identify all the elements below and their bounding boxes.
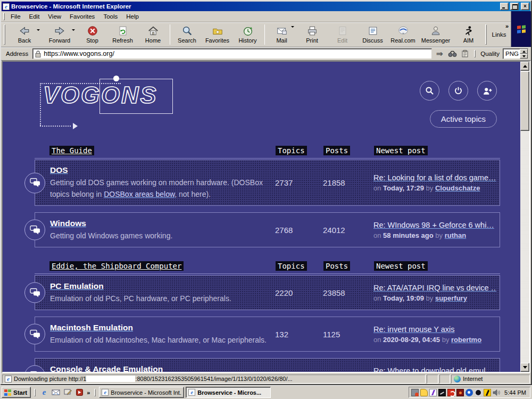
mail-button[interactable]: Mail (267, 23, 297, 46)
back-dropdown-icon[interactable] (37, 29, 40, 31)
messenger-button[interactable]: Messenger (418, 23, 453, 46)
chrome-band: File Edit View Favorites Tools Help Back (1, 11, 531, 47)
user-link[interactable]: robertmo (451, 336, 481, 344)
login-circle-button[interactable] (448, 81, 468, 101)
clipboard-button[interactable] (460, 48, 470, 59)
section-header: Eddie, the Shipboard Computer Topics Pos… (35, 261, 500, 274)
links-grip[interactable] (485, 24, 487, 45)
tray-speaker-icon[interactable] (493, 389, 500, 396)
menu-file[interactable]: File (6, 12, 25, 21)
quality-value[interactable]: PNG (503, 49, 520, 59)
newest-post-link[interactable]: Re: Looking for a list of dos game… (373, 173, 496, 182)
start-button[interactable]: Start (2, 387, 31, 398)
tray-yellow-hand-icon[interactable] (420, 389, 428, 396)
quality-spinner[interactable]: PNG (503, 48, 528, 59)
realcom-button[interactable]: Real.com (388, 23, 418, 46)
user-link[interactable]: Cloudschatze (435, 184, 480, 192)
column-topics: Topics (276, 261, 307, 271)
forum-link[interactable]: DOS (50, 165, 68, 174)
favorites-button[interactable]: Favorites (202, 23, 232, 46)
maximize-button[interactable] (510, 3, 519, 10)
newest-post-link[interactable]: Re: ATA/ATAPI IRQ line vs device … (373, 284, 496, 292)
user-link[interactable]: superfury (435, 294, 467, 302)
tray-3dfx-icon[interactable] (438, 389, 446, 396)
forum-link[interactable]: Macintosh Emulation (50, 323, 133, 332)
topics-count: 2768 (275, 226, 323, 235)
forward-button[interactable]: Forward (42, 23, 77, 46)
browser-viewport: VOGONS Active topics The Guide (2, 61, 530, 373)
find-button[interactable] (447, 48, 458, 59)
register-circle-button[interactable] (477, 81, 497, 101)
home-button[interactable]: Home (138, 23, 168, 46)
tray-blue-eye-icon[interactable] (466, 389, 473, 396)
quality-grip (474, 50, 476, 57)
section-title-link[interactable]: The Guide (49, 146, 94, 155)
newest-post-link[interactable]: Re: invert mouse Y axis (373, 325, 496, 334)
menu-grip[interactable] (3, 13, 5, 20)
logo-dotted-line (40, 83, 41, 126)
minimize-button[interactable] (500, 3, 509, 10)
menu-view[interactable]: View (44, 12, 65, 21)
aim-button[interactable]: AIM (453, 23, 484, 46)
home-icon (147, 24, 159, 37)
favorites-icon (211, 24, 223, 37)
tray-red-badge-icon[interactable] (447, 389, 455, 396)
menu-favorites[interactable]: Favorites (65, 12, 99, 21)
newest-post-link[interactable]: Re: WIndows 98 + Geforce 6 whi… (373, 221, 496, 229)
forum-link[interactable]: PC Emulation (50, 281, 104, 290)
vogons-logo[interactable]: VOGONS (36, 77, 174, 132)
newest-post-link[interactable]: Re: Where to download old emul… (373, 367, 496, 372)
stop-icon (86, 24, 98, 37)
forum-link[interactable]: Console & Arcade Emulation (50, 364, 163, 372)
quick-launch-outlook-express-icon[interactable] (51, 387, 61, 398)
scroll-up-button[interactable] (520, 62, 529, 71)
active-topics-button[interactable]: Active topics (430, 110, 497, 128)
tray-black-ring-icon[interactable] (475, 389, 482, 396)
quality-down-button[interactable] (520, 54, 528, 59)
tray-red-core-icon[interactable] (456, 389, 464, 396)
task-button-browservice-1[interactable]: e Browservice - Microsoft Int... (99, 387, 184, 398)
toolbar-overflow-chevron-icon[interactable]: » (505, 23, 509, 29)
toolbar-grip[interactable] (4, 24, 5, 45)
tray-purple-bolt-icon[interactable] (429, 389, 437, 396)
forum-row-pc-emulation: PC Emulation Emulation of old PCs, PC ha… (35, 275, 500, 310)
discuss-button[interactable]: Discuss (358, 23, 388, 46)
topics-count: 2220 (275, 288, 323, 297)
taskbar-grip[interactable] (34, 389, 36, 396)
clipboard-icon (462, 50, 468, 57)
inline-link[interactable]: DOSBox areas below (104, 190, 174, 198)
refresh-button[interactable]: Refresh (107, 23, 138, 46)
search-circle-button[interactable] (420, 81, 439, 101)
history-button[interactable]: History (232, 23, 263, 46)
print-button[interactable]: Print (297, 23, 327, 46)
tray-scheduler-icon[interactable] (411, 389, 419, 396)
stop-button[interactable]: Stop (77, 23, 107, 46)
menu-edit[interactable]: Edit (25, 12, 44, 21)
taskbar-grip[interactable] (94, 389, 96, 396)
links-toolbar[interactable]: » Links (488, 23, 510, 46)
scroll-down-button[interactable] (520, 363, 529, 372)
close-button[interactable]: × (521, 3, 529, 10)
quick-launch-realplayer-icon[interactable] (74, 387, 85, 398)
vertical-scrollbar[interactable] (520, 62, 529, 372)
search-button[interactable]: Search (172, 23, 202, 46)
quick-launch-internet-explorer-icon[interactable]: e (39, 387, 49, 398)
section-title-link[interactable]: Eddie, the Shipboard Computer (49, 261, 184, 271)
go-button[interactable]: ⇒ (434, 48, 445, 59)
quick-launch-chevron-icon[interactable]: » (86, 389, 91, 396)
task-button-browservice-2-active[interactable]: e Browservice - Micros... (186, 387, 271, 398)
mail-icon (276, 24, 288, 37)
back-button[interactable]: Back (7, 23, 42, 46)
forward-dropdown-icon[interactable] (72, 29, 75, 31)
address-input[interactable]: https://www.vogons.org/ (32, 48, 432, 59)
quick-launch-show-desktop-icon[interactable] (62, 387, 73, 398)
mail-dropdown-icon[interactable] (291, 26, 294, 28)
user-link[interactable]: ruthan (445, 231, 466, 239)
menu-help[interactable]: Help (122, 12, 143, 21)
quality-up-button[interactable] (520, 49, 528, 54)
tray-aim-man-icon[interactable] (484, 389, 491, 396)
forum-link[interactable]: Windows (50, 219, 86, 228)
scrollbar-thumb[interactable] (520, 71, 529, 131)
menu-tools[interactable]: Tools (99, 12, 122, 21)
forum-sections: The Guide Topics Posts Newest post DOS G… (3, 146, 520, 372)
